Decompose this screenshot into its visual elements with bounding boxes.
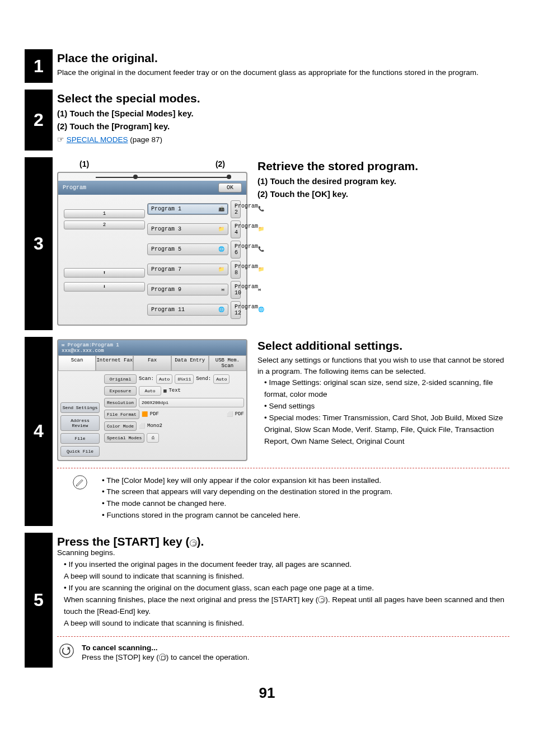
step-3-body: (1) (2) Program OK Program 1� bbox=[57, 157, 509, 330]
program-8-button[interactable]: Program 8📁 bbox=[231, 261, 241, 279]
quick-file-button[interactable]: Quick File bbox=[60, 446, 100, 457]
step-4-para: Select any settings or functions that yo… bbox=[257, 355, 509, 378]
pdf-mono-icon: ⬜ bbox=[227, 411, 233, 417]
tab-data-entry[interactable]: Data Entry bbox=[171, 355, 209, 371]
scan-auto-value: Auto bbox=[156, 374, 172, 384]
tab-usb-mem-scan[interactable]: USB Mem. Scan bbox=[209, 355, 246, 371]
step-1-row: 1 Place the original. Place the original… bbox=[25, 49, 509, 83]
mail-icon: ✉ bbox=[222, 287, 224, 293]
program-5-button[interactable]: Program 5🌐 bbox=[147, 243, 228, 255]
left-buttons-col: Send Settings Address Review File Quick … bbox=[58, 371, 102, 460]
program-6-button[interactable]: Program 6📞 bbox=[231, 241, 241, 259]
scan-label: Scan: bbox=[139, 376, 154, 382]
send-label: Send: bbox=[196, 376, 211, 382]
fax-icon: 📠 bbox=[218, 206, 224, 212]
color-mode-value: Mono2 bbox=[147, 423, 162, 429]
step-5-b2-after: When scanning finishes, place the next o… bbox=[64, 594, 509, 618]
program-8-label: Program 8 bbox=[235, 264, 258, 276]
tab-fax[interactable]: Fax bbox=[133, 355, 171, 371]
special-modes-button[interactable]: Special Modes bbox=[104, 433, 144, 443]
tab-internet-fax[interactable]: Internet Fax bbox=[96, 355, 133, 371]
step-4-note-3: The mode cannot be changed here. bbox=[102, 498, 509, 510]
scroll-down-button[interactable]: ⬇ bbox=[64, 282, 145, 292]
step-5-b1: If you inserted the original pages in th… bbox=[64, 559, 509, 571]
file-format-left-value: PDF bbox=[150, 411, 159, 417]
program-9-button[interactable]: Program 9✉ bbox=[147, 284, 228, 295]
step-4-bullet-1: Image Settings: original scan size, send… bbox=[264, 377, 509, 401]
step-3-number: 3 bbox=[25, 157, 53, 330]
callout-1-label: (1) bbox=[79, 159, 89, 168]
address-review-button[interactable]: Address Review bbox=[60, 415, 100, 431]
program-3-button[interactable]: Program 3📁 bbox=[147, 223, 228, 235]
step-5-list: If you inserted the original pages in th… bbox=[64, 559, 509, 571]
exposure-mode-icon: ▦ bbox=[163, 388, 166, 394]
original-button[interactable]: Original bbox=[104, 374, 137, 384]
exposure-auto-value: Auto bbox=[139, 386, 161, 396]
page-number: 91 bbox=[25, 684, 509, 702]
program-10-button[interactable]: Program 10✉ bbox=[231, 281, 241, 299]
exposure-button[interactable]: Exposure bbox=[104, 386, 137, 396]
resolution-button[interactable]: Resolution bbox=[104, 398, 137, 407]
step-5-b2-after-pre: When scanning finishes, place the next o… bbox=[64, 595, 318, 604]
step-2-link-row: ☞ SPECIAL MODES (page 87) bbox=[57, 134, 509, 145]
step-3-text-col: Retrieve the stored program. (1) Touch t… bbox=[257, 159, 509, 326]
program-4-button[interactable]: Program 4📁 bbox=[231, 220, 241, 238]
program-11-label: Program 11 bbox=[151, 307, 185, 313]
special-modes-link-suffix: (page 87) bbox=[128, 135, 163, 144]
tab-scan[interactable]: Scan bbox=[58, 355, 96, 371]
program-1-button[interactable]: Program 1📠 bbox=[147, 203, 228, 215]
callout-2-label: (2) bbox=[216, 159, 225, 168]
program-3-label: Program 3 bbox=[151, 226, 181, 232]
folder-icon: 📁 bbox=[218, 226, 224, 232]
file-format-right-value: PDF bbox=[235, 411, 244, 417]
step-4-bullet-2: Send settings bbox=[264, 401, 509, 412]
program-7-button[interactable]: Program 7📁 bbox=[147, 264, 228, 275]
resolution-value: 200X200dpi bbox=[139, 398, 244, 407]
callout-dot-2 bbox=[227, 175, 231, 179]
mail-icon: ✉ bbox=[62, 342, 68, 348]
scroll-up-button[interactable]: ⬆ bbox=[64, 268, 145, 278]
program-10-label: Program 10 bbox=[235, 284, 258, 296]
color-mode-button[interactable]: Color Mode bbox=[104, 421, 137, 431]
program-screen-title: Program bbox=[63, 185, 86, 191]
start-key-icon bbox=[190, 539, 197, 547]
step-4-screen-col: ✉ Program:Program 1 xxx@xx.xxx.com Scan … bbox=[57, 339, 247, 461]
settings-screen: ✉ Program:Program 1 xxx@xx.xxx.com Scan … bbox=[57, 339, 247, 461]
pdf-color-icon: 🟧 bbox=[142, 411, 148, 417]
file-format-button[interactable]: File Format bbox=[104, 410, 139, 419]
cancel-body-post: ) to cancel the operation. bbox=[166, 653, 250, 661]
step-5-body: Press the [START] key (). Scanning begin… bbox=[57, 533, 509, 668]
page-container: 1 Place the original. Place the original… bbox=[0, 0, 534, 756]
program-grid: Program 1📠 Program 2📞 1 2 Program 3📁 Pro… bbox=[58, 195, 246, 325]
program-2-label: Program 2 bbox=[235, 203, 258, 215]
step-4-separator bbox=[57, 468, 509, 468]
program-11-button[interactable]: Program 11🌐 bbox=[147, 304, 228, 316]
program-2-button[interactable]: Program 2📞 bbox=[231, 200, 241, 218]
step-4-bullet-3: Special modes: Timer Transmission, Card … bbox=[264, 412, 509, 448]
send-settings-button[interactable]: Send Settings bbox=[60, 402, 100, 413]
step-5-row: 5 Press the [START] key (). Scanning beg… bbox=[25, 533, 509, 668]
mono-icon: ⬜ bbox=[139, 423, 145, 429]
cancel-icon bbox=[59, 644, 74, 660]
step-2-body: Select the special modes. (1) Touch the … bbox=[57, 90, 509, 150]
folder-icon: 📁 bbox=[218, 266, 224, 273]
program-12-button[interactable]: Program 12🌐 bbox=[231, 301, 241, 319]
program-4-label: Program 4 bbox=[235, 223, 258, 236]
page-1-indicator: 1 bbox=[64, 209, 145, 218]
pointer-icon: ☞ bbox=[57, 135, 64, 144]
ok-button[interactable]: OK bbox=[218, 183, 242, 192]
svg-point-1 bbox=[60, 644, 73, 658]
file-button[interactable]: File bbox=[60, 433, 100, 444]
cancel-title: To cancel scanning... bbox=[82, 644, 509, 652]
callout-line bbox=[58, 173, 246, 181]
step-2-sub-2: (2) Touch the [Program] key. bbox=[57, 121, 509, 131]
step-3-row: 3 (1) (2) Program OK bbox=[25, 157, 509, 330]
step-1-title: Place the original. bbox=[57, 51, 509, 65]
step-1-desc: Place the original in the document feede… bbox=[57, 67, 509, 78]
step-4-note-4: Functions stored in the program cannot b… bbox=[102, 510, 509, 522]
program-7-label: Program 7 bbox=[151, 266, 181, 273]
globe-icon: 🌐 bbox=[218, 307, 224, 313]
special-modes-link[interactable]: SPECIAL MODES bbox=[67, 135, 128, 144]
tabs-row: Scan Internet Fax Fax Data Entry USB Mem… bbox=[58, 355, 246, 371]
program-screen: Program OK Program 1📠 Program 2📞 1 2 Pro… bbox=[57, 172, 247, 326]
